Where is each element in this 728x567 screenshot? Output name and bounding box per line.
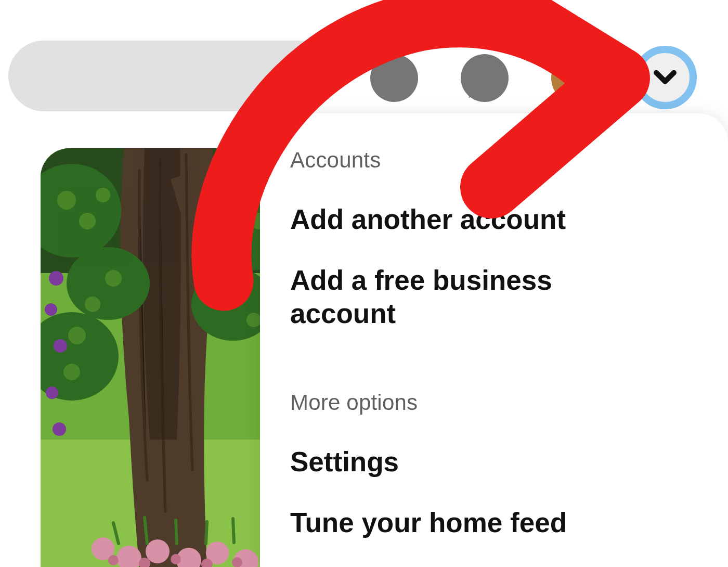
- menu-item-tune-home-feed[interactable]: Tune your home feed: [290, 506, 665, 540]
- svg-point-29: [108, 555, 119, 565]
- svg-point-31: [171, 554, 181, 564]
- menu-item-add-business-account[interactable]: Add a free business account: [290, 264, 665, 331]
- svg-point-11: [105, 270, 122, 287]
- svg-point-8: [57, 191, 76, 210]
- svg-point-25: [146, 539, 170, 563]
- notifications-icon[interactable]: [370, 54, 418, 102]
- chevron-down-icon: [650, 61, 680, 94]
- svg-point-12: [85, 297, 100, 312]
- menu-item-settings[interactable]: Settings: [290, 445, 665, 479]
- feed-pin-image[interactable]: [41, 148, 280, 567]
- svg-point-21: [46, 386, 58, 399]
- menu-section-accounts: Accounts: [290, 148, 728, 173]
- svg-point-22: [53, 422, 66, 436]
- svg-point-18: [49, 271, 63, 286]
- svg-point-14: [63, 364, 80, 380]
- svg-point-16: [246, 313, 261, 327]
- svg-point-13: [68, 327, 86, 344]
- menu-item-add-account[interactable]: Add another account: [290, 203, 665, 237]
- svg-point-10: [96, 188, 110, 202]
- account-dropdown-menu: Accounts Add another account Add a free …: [260, 113, 728, 567]
- search-input[interactable]: [8, 41, 336, 111]
- svg-point-9: [79, 213, 96, 229]
- svg-point-19: [45, 303, 57, 316]
- messages-icon[interactable]: [461, 54, 509, 102]
- menu-section-more-options: More options: [290, 390, 728, 415]
- account-menu-toggle[interactable]: [633, 46, 697, 109]
- profile-avatar[interactable]: [551, 52, 603, 104]
- svg-point-15: [230, 286, 246, 302]
- svg-point-20: [54, 339, 67, 353]
